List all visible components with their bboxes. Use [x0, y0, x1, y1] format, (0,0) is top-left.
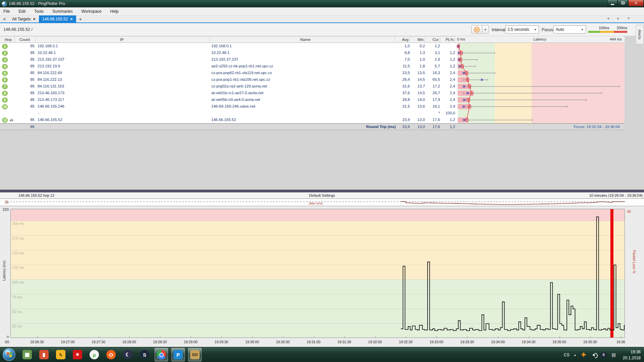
- count-value: 85: [15, 104, 35, 108]
- pane-splitter[interactable]: [0, 190, 644, 192]
- pause-dropdown-arrow[interactable]: ▼: [482, 25, 489, 34]
- focus-select[interactable]: Auto▼: [553, 25, 586, 34]
- clock[interactable]: 19:36 20.1.2018: [623, 349, 641, 361]
- system-tray: CS ▲ ✚ S ▤ 19:36 20.1.2018: [564, 347, 644, 362]
- svg-text:125 ms: 125 ms: [12, 265, 24, 269]
- interval-select[interactable]: 2,5 seconds▼: [505, 25, 539, 34]
- csgo-icon[interactable]: GO: [188, 348, 202, 361]
- new-tab-button[interactable]: +: [76, 15, 85, 22]
- pingplotter-icon[interactable]: P: [171, 348, 185, 361]
- hamburger-icon[interactable]: ≡: [0, 15, 9, 22]
- name-value: ae2-s250.cz-hk-pop1-rb1.net.upc.cz: [211, 64, 273, 68]
- chevron-down-icon: ▼: [534, 28, 537, 31]
- col-pl[interactable]: PL%: [442, 38, 454, 42]
- col-ip[interactable]: IP: [120, 38, 124, 42]
- pause-button[interactable]: [471, 25, 482, 34]
- packet-loss-axis-max: 30: [627, 209, 631, 214]
- avg-value: 8,8: [396, 51, 410, 55]
- time-axis: :0019:26:3019:27:0019:27:3019:28:0019:28…: [0, 338, 644, 347]
- chrome-icon[interactable]: [155, 348, 168, 361]
- tab-146-66-155-52[interactable]: 146.66.155.52×: [39, 15, 76, 22]
- steam-icon[interactable]: S: [138, 348, 151, 361]
- count-value: 85: [15, 84, 35, 88]
- desktop: 146.66.155.52 - PingPlotter Pro ✕ FileEd…: [0, 0, 644, 362]
- language-indicator[interactable]: CS: [564, 353, 570, 357]
- time-tick-label: 19:35:00: [552, 340, 566, 344]
- count-value: 85: [15, 51, 35, 55]
- red-creature-icon[interactable]: ✶: [71, 348, 84, 361]
- min-value: 14,0: [411, 98, 425, 102]
- col-cur[interactable]: Cur: [428, 38, 439, 42]
- ip-value: 213.46.160.173: [38, 91, 64, 95]
- pl-value: 1,2: [441, 64, 455, 68]
- name-value: 192.168.0.1: [211, 44, 232, 48]
- minimize-button[interactable]: [607, 0, 618, 6]
- menu-file[interactable]: File: [3, 9, 10, 14]
- menu-tools[interactable]: Tools: [34, 9, 44, 14]
- volume-icon[interactable]: [591, 352, 597, 358]
- close-button[interactable]: ✕: [628, 0, 644, 6]
- avg-value: 11,5: [396, 64, 410, 68]
- pl-value: 100,0: [441, 111, 455, 115]
- cur-value: 5,7: [426, 64, 440, 68]
- interval-label: Interval: [492, 27, 505, 32]
- hwmonitor-icon[interactable]: ▮: [37, 348, 51, 361]
- pl-value: 2,4: [441, 84, 455, 88]
- time-tick-label: 19:34:00: [491, 340, 505, 344]
- device-manager-icon[interactable]: ▦: [20, 348, 34, 361]
- menu-help[interactable]: Help: [110, 9, 119, 14]
- steam-tray-icon[interactable]: S: [601, 352, 607, 358]
- focus-label: Focus: [542, 27, 553, 32]
- maximize-button[interactable]: [618, 0, 628, 6]
- col-avg[interactable]: Avg: [398, 38, 409, 42]
- menu-summaries[interactable]: Summaries: [52, 9, 73, 14]
- col-name[interactable]: Name: [300, 38, 311, 42]
- utorrent-icon[interactable]: µ: [88, 348, 101, 361]
- close-tab-icon[interactable]: ×: [70, 17, 73, 21]
- close-tab-icon[interactable]: ×: [33, 17, 36, 21]
- col-hop[interactable]: Hop: [5, 38, 12, 42]
- menu-edit[interactable]: Edit: [18, 9, 25, 14]
- chevron-down-icon: ▼: [581, 28, 584, 31]
- summary-count: 85: [15, 125, 35, 129]
- svg-text:150 ms: 150 ms: [12, 251, 24, 255]
- count-value: 85: [15, 44, 35, 48]
- col-min[interactable]: Min: [413, 38, 424, 42]
- ip-value: 213.46.173.117: [38, 98, 64, 102]
- avg-value: 1,0: [396, 44, 410, 48]
- tab-scroll-arrows[interactable]: ◄ ► ▼: [606, 16, 633, 20]
- count-value: 85: [15, 118, 35, 122]
- tab-all-targets[interactable]: All Targets×: [9, 15, 39, 22]
- daemon-tools-icon[interactable]: ☾: [121, 348, 135, 361]
- avast-tray-icon[interactable]: ✚: [581, 352, 587, 358]
- cur-value: 17,2: [426, 84, 440, 88]
- hop-number-badge: 6: [2, 77, 8, 82]
- count-value: 85: [15, 57, 35, 61]
- start-button[interactable]: [3, 348, 15, 361]
- tray-expand-icon[interactable]: ▲: [574, 353, 577, 357]
- pause-icon: [474, 27, 480, 33]
- y-axis-max: 220: [1, 207, 9, 212]
- count-value: 85: [15, 77, 35, 81]
- timeline-range[interactable]: 10 minutes (19:26:04 - 19:36:04): [589, 193, 643, 197]
- time-tick-label: 19:30:00: [245, 340, 259, 344]
- col-count[interactable]: Count: [19, 38, 30, 42]
- cur-value: 65,5: [426, 77, 440, 81]
- time-tick-label: :00: [4, 340, 9, 344]
- legend-100ms: 100ms: [599, 26, 609, 30]
- time-tick-label: 19:32:00: [368, 340, 382, 344]
- timeline-plot[interactable]: 200 ms175 ms150 ms125 ms100 ms75 ms50 ms…: [10, 209, 625, 338]
- empty-pane-area: [0, 130, 644, 190]
- menu-workspace[interactable]: Workspace: [82, 9, 102, 14]
- title-bar: 146.66.155.52 - PingPlotter Pro ✕: [0, 0, 644, 7]
- avg-value: 37,6: [396, 91, 410, 95]
- svg-text:175 ms: 175 ms: [12, 236, 24, 240]
- min-value: 0,2: [411, 44, 425, 48]
- alerts-side-tab[interactable]: Alerts: [636, 25, 644, 44]
- ip-value: 84.116.222.69: [38, 71, 62, 75]
- network-icon[interactable]: ▤: [611, 352, 617, 358]
- origin-icon[interactable]: O: [104, 348, 118, 361]
- pl-value: 2,4: [441, 71, 455, 75]
- timeline-settings[interactable]: Default Settings: [0, 193, 644, 197]
- winamp-icon[interactable]: ϟ: [54, 348, 67, 361]
